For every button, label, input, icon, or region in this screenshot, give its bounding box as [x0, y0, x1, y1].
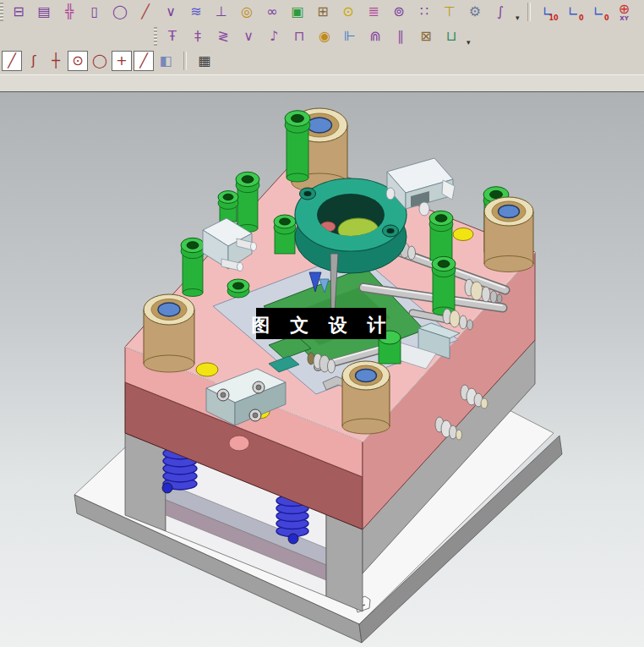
application-window: ⊟ ▤ ╬ ▯ — [0, 0, 644, 647]
empty-toolbar-strip — [0, 74, 644, 91]
toolbar-drag-handle[interactable] — [0, 3, 3, 21]
pin-tool-icon[interactable]: ‡ — [188, 26, 208, 47]
screw-plug-icon[interactable]: ⊥ — [211, 2, 232, 22]
cavity-u-icon[interactable]: ⊔ — [441, 26, 461, 47]
corner-dim-0b-icon[interactable]: ∟ 0 — [589, 2, 609, 22]
slot-rings-icon[interactable]: ⊚ — [389, 2, 409, 22]
mold-wizard-icons: ⊟ ▤ ╬ ▯ — [8, 2, 510, 22]
corner-dim-0a-icon[interactable]: ∟ 0 — [564, 2, 584, 22]
init-project-icon[interactable]: ⊟ — [8, 2, 29, 22]
grid-snap-icon[interactable]: ▦ — [194, 51, 215, 71]
arc-tool-icon[interactable]: ʃ — [24, 51, 44, 71]
parting-knife-icon[interactable]: ╱ — [135, 2, 156, 22]
toolbar-overflow-arrow[interactable]: ▾ — [516, 14, 520, 23]
runner-step-icon[interactable]: ♪ — [264, 26, 284, 47]
ladder-plate-icon[interactable]: ≣ — [363, 2, 384, 22]
toolbar-overflow-arrow[interactable]: ▾ — [467, 38, 471, 47]
screw-tool-icon[interactable]: Ŧ — [162, 26, 183, 47]
mold-assembly-model[interactable]: 图 文 设 计 — [0, 92, 644, 647]
toolbar-row-curve: ╱ ʃ ┼ ⊙ ◯ — [2, 50, 215, 72]
double-ring-icon[interactable]: ∞ — [262, 2, 282, 22]
toolbar-separator — [183, 52, 187, 70]
corner-dim-10-icon[interactable]: ∟ 10 — [538, 2, 559, 22]
pin-pair-icon[interactable]: ∥ — [390, 26, 411, 47]
mold-base-box-icon[interactable]: ⊞ — [313, 2, 333, 22]
graphics-viewport[interactable]: 图 文 设 计 — [0, 92, 644, 647]
toolbar-row-mold-wizard: ⊟ ▤ ╬ ▯ — [0, 1, 644, 23]
circle-center-tool-icon[interactable]: ⊙ — [68, 51, 88, 71]
guide-bushing-south[interactable] — [342, 361, 390, 434]
curve-icons: ╱ ʃ ┼ ⊙ ◯ — [2, 51, 176, 71]
plate-holes-icon[interactable]: ∷ — [414, 2, 434, 22]
xy-origin-icon[interactable]: ⊕ XY — [614, 2, 635, 22]
injection-mold-icons: Ŧ ‡ ≷ ∨ ♪ — [162, 26, 461, 47]
ejector-stack-icon[interactable]: ⊓ — [289, 26, 309, 47]
line-tool-icon[interactable]: ╱ — [2, 51, 22, 71]
line2-tool-icon[interactable]: ╱ — [134, 51, 154, 71]
edge-spring-icon[interactable]: ∫ — [490, 2, 510, 22]
slide-core-icon[interactable]: ⋒ — [365, 26, 385, 47]
gate-ring-icon[interactable]: ◉ — [314, 26, 335, 47]
surface-tool-icon[interactable]: ◧ — [156, 51, 176, 71]
trim-tool-icon[interactable]: ∨ — [161, 2, 181, 22]
mold-box-icon[interactable]: ⊠ — [416, 26, 436, 47]
toolbar-drag-handle[interactable] — [154, 27, 157, 46]
runner-zigzag-icon[interactable]: ≷ — [213, 26, 233, 47]
watermark-banner: 图 文 设 计 — [252, 308, 393, 339]
annotation-a-icon[interactable]: A — [640, 2, 644, 22]
sprue-circle-icon[interactable]: ⊙ — [338, 2, 358, 22]
toolbar-area: ⊟ ▤ ╬ ▯ — [0, 0, 644, 92]
support-tee-icon[interactable]: ⊤ — [439, 2, 460, 22]
cap-screw-ring-left[interactable] — [274, 215, 296, 254]
watermark-text: 图 文 设 计 — [252, 315, 393, 336]
annotation-icons: ∟ 10 ∟ 0 ∟ 0 — [538, 2, 644, 22]
cap-screw-mid-right[interactable] — [432, 256, 456, 315]
point-tool-icon[interactable]: ┼ — [46, 51, 66, 71]
gate-mark-icon[interactable]: ∨ — [238, 26, 259, 47]
circle-tool-icon[interactable]: ◯ — [90, 51, 110, 71]
gear-library-icon[interactable]: ⚙ — [465, 2, 485, 22]
insert-oval-icon[interactable]: ◯ — [110, 2, 130, 22]
guide-bushing-east[interactable] — [484, 197, 533, 272]
toolbar-separator — [527, 3, 531, 21]
cavity-layout-icon[interactable]: ╬ — [59, 2, 79, 22]
mold-csys-icon[interactable]: ▤ — [34, 2, 54, 22]
locating-target-icon[interactable]: ◎ — [237, 2, 257, 22]
pocket-green-icon[interactable]: ▣ — [287, 2, 308, 22]
lifter-icon[interactable]: ⊩ — [340, 26, 360, 47]
guide-bushing-west[interactable] — [144, 294, 194, 372]
spring-tool-icon[interactable]: ≋ — [186, 2, 206, 22]
toolbar-row-injection-mold: Ŧ ‡ ≷ ∨ ♪ — [154, 25, 471, 47]
workpiece-icon[interactable]: ▯ — [85, 2, 105, 22]
plus-point-tool-icon[interactable]: + — [112, 51, 132, 71]
